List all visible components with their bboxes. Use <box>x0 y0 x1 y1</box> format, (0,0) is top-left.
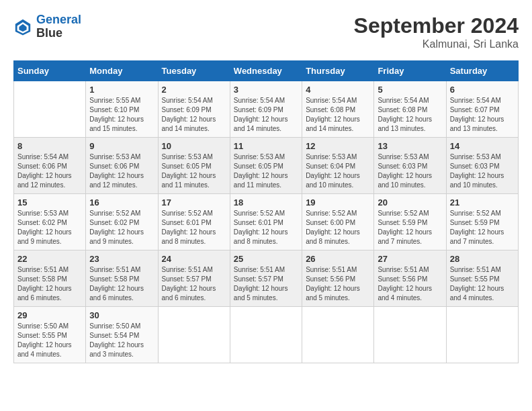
day-number: 23 <box>89 254 154 264</box>
day-detail: Sunrise: 5:50 AMSunset: 5:55 PMDaylight:… <box>17 322 82 359</box>
title-block: September 2024 Kalmunai, Sri Lanka <box>354 13 519 50</box>
day-number: 19 <box>306 197 370 208</box>
calendar-cell: 29Sunrise: 5:50 AMSunset: 5:55 PMDayligh… <box>14 307 86 363</box>
calendar-cell <box>14 81 86 138</box>
calendar-week-4: 22Sunrise: 5:51 AMSunset: 5:58 PMDayligh… <box>14 250 519 307</box>
day-number: 29 <box>17 310 82 320</box>
day-number: 17 <box>162 197 226 208</box>
day-number: 30 <box>89 310 154 320</box>
day-number: 26 <box>306 254 370 264</box>
calendar-cell: 22Sunrise: 5:51 AMSunset: 5:58 PMDayligh… <box>14 250 86 307</box>
day-number: 27 <box>378 254 442 264</box>
day-detail: Sunrise: 5:53 AMSunset: 6:04 PMDaylight:… <box>306 152 370 190</box>
calendar-cell: 9Sunrise: 5:53 AMSunset: 6:06 PMDaylight… <box>86 138 158 194</box>
day-detail: Sunrise: 5:51 AMSunset: 5:58 PMDaylight:… <box>17 265 82 303</box>
day-detail: Sunrise: 5:52 AMSunset: 6:02 PMDaylight:… <box>89 209 154 246</box>
month-title: September 2024 <box>354 13 519 38</box>
calendar-cell: 24Sunrise: 5:51 AMSunset: 5:57 PMDayligh… <box>158 250 230 307</box>
calendar-cell: 13Sunrise: 5:53 AMSunset: 6:03 PMDayligh… <box>374 138 446 194</box>
logo-line1: General <box>36 13 81 26</box>
day-number: 20 <box>378 197 442 208</box>
calendar-table: SundayMondayTuesdayWednesdayThursdayFrid… <box>13 60 519 363</box>
calendar-cell: 14Sunrise: 5:53 AMSunset: 6:03 PMDayligh… <box>446 138 518 194</box>
calendar-cell: 27Sunrise: 5:51 AMSunset: 5:56 PMDayligh… <box>374 250 446 307</box>
col-header-monday: Monday <box>86 61 158 81</box>
calendar-cell: 21Sunrise: 5:52 AMSunset: 5:59 PMDayligh… <box>446 194 518 250</box>
day-detail: Sunrise: 5:54 AMSunset: 6:09 PMDaylight:… <box>162 96 226 134</box>
page-header: General Blue September 2024 Kalmunai, Sr… <box>13 13 519 50</box>
calendar-cell <box>302 307 374 363</box>
day-number: 10 <box>162 141 226 151</box>
day-number: 18 <box>234 197 298 208</box>
day-detail: Sunrise: 5:51 AMSunset: 5:57 PMDaylight:… <box>234 265 298 303</box>
day-detail: Sunrise: 5:50 AMSunset: 5:54 PMDaylight:… <box>89 322 154 359</box>
calendar-body: 1Sunrise: 5:55 AMSunset: 6:10 PMDaylight… <box>14 81 519 363</box>
calendar-cell: 3Sunrise: 5:54 AMSunset: 6:09 PMDaylight… <box>230 81 302 138</box>
day-number: 24 <box>162 254 226 264</box>
day-detail: Sunrise: 5:54 AMSunset: 6:08 PMDaylight:… <box>306 96 370 134</box>
calendar-cell: 1Sunrise: 5:55 AMSunset: 6:10 PMDaylight… <box>86 81 158 138</box>
day-number: 1 <box>89 85 154 95</box>
day-number: 8 <box>17 141 82 151</box>
calendar-cell: 16Sunrise: 5:52 AMSunset: 6:02 PMDayligh… <box>86 194 158 250</box>
day-number: 16 <box>89 197 154 208</box>
calendar-cell: 30Sunrise: 5:50 AMSunset: 5:54 PMDayligh… <box>86 307 158 363</box>
day-detail: Sunrise: 5:54 AMSunset: 6:08 PMDaylight:… <box>378 96 442 134</box>
calendar-week-1: 1Sunrise: 5:55 AMSunset: 6:10 PMDaylight… <box>14 81 519 138</box>
day-number: 15 <box>17 197 82 208</box>
day-number: 22 <box>17 254 82 264</box>
col-header-saturday: Saturday <box>446 61 518 81</box>
logo: General Blue <box>13 13 81 40</box>
day-detail: Sunrise: 5:54 AMSunset: 6:06 PMDaylight:… <box>17 152 82 190</box>
calendar-cell: 28Sunrise: 5:51 AMSunset: 5:55 PMDayligh… <box>446 250 518 307</box>
header-row: SundayMondayTuesdayWednesdayThursdayFrid… <box>14 61 519 81</box>
calendar-cell <box>230 307 302 363</box>
day-number: 3 <box>234 85 298 95</box>
day-number: 4 <box>306 85 370 95</box>
day-detail: Sunrise: 5:52 AMSunset: 6:00 PMDaylight:… <box>306 209 370 246</box>
day-number: 6 <box>450 85 515 95</box>
logo-line2: Blue <box>36 27 81 40</box>
calendar-cell: 12Sunrise: 5:53 AMSunset: 6:04 PMDayligh… <box>302 138 374 194</box>
calendar-cell: 8Sunrise: 5:54 AMSunset: 6:06 PMDaylight… <box>14 138 86 194</box>
calendar-cell: 10Sunrise: 5:53 AMSunset: 6:05 PMDayligh… <box>158 138 230 194</box>
day-detail: Sunrise: 5:52 AMSunset: 6:01 PMDaylight:… <box>162 209 226 246</box>
col-header-wednesday: Wednesday <box>230 61 302 81</box>
calendar-cell: 18Sunrise: 5:52 AMSunset: 6:01 PMDayligh… <box>230 194 302 250</box>
calendar-cell: 17Sunrise: 5:52 AMSunset: 6:01 PMDayligh… <box>158 194 230 250</box>
calendar-cell <box>446 307 518 363</box>
day-detail: Sunrise: 5:51 AMSunset: 5:56 PMDaylight:… <box>306 265 370 303</box>
day-number: 11 <box>234 141 298 151</box>
calendar-week-2: 8Sunrise: 5:54 AMSunset: 6:06 PMDaylight… <box>14 138 519 194</box>
day-number: 13 <box>378 141 442 151</box>
calendar-cell: 15Sunrise: 5:53 AMSunset: 6:02 PMDayligh… <box>14 194 86 250</box>
calendar-cell: 11Sunrise: 5:53 AMSunset: 6:05 PMDayligh… <box>230 138 302 194</box>
day-detail: Sunrise: 5:51 AMSunset: 5:58 PMDaylight:… <box>89 265 154 303</box>
day-detail: Sunrise: 5:52 AMSunset: 5:59 PMDaylight:… <box>378 209 442 246</box>
calendar-cell: 4Sunrise: 5:54 AMSunset: 6:08 PMDaylight… <box>302 81 374 138</box>
day-number: 25 <box>234 254 298 264</box>
calendar-cell <box>158 307 230 363</box>
day-detail: Sunrise: 5:53 AMSunset: 6:02 PMDaylight:… <box>17 209 82 246</box>
day-number: 9 <box>89 141 154 151</box>
day-detail: Sunrise: 5:51 AMSunset: 5:55 PMDaylight:… <box>450 265 515 303</box>
calendar-header: SundayMondayTuesdayWednesdayThursdayFrid… <box>14 61 519 81</box>
col-header-sunday: Sunday <box>14 61 86 81</box>
col-header-thursday: Thursday <box>302 61 374 81</box>
calendar-week-5: 29Sunrise: 5:50 AMSunset: 5:55 PMDayligh… <box>14 307 519 363</box>
calendar-cell: 23Sunrise: 5:51 AMSunset: 5:58 PMDayligh… <box>86 250 158 307</box>
day-detail: Sunrise: 5:53 AMSunset: 6:06 PMDaylight:… <box>89 152 154 190</box>
day-detail: Sunrise: 5:51 AMSunset: 5:57 PMDaylight:… <box>162 265 226 303</box>
calendar-cell: 26Sunrise: 5:51 AMSunset: 5:56 PMDayligh… <box>302 250 374 307</box>
day-detail: Sunrise: 5:51 AMSunset: 5:56 PMDaylight:… <box>378 265 442 303</box>
day-detail: Sunrise: 5:53 AMSunset: 6:05 PMDaylight:… <box>234 152 298 190</box>
day-detail: Sunrise: 5:53 AMSunset: 6:05 PMDaylight:… <box>162 152 226 190</box>
day-detail: Sunrise: 5:54 AMSunset: 6:09 PMDaylight:… <box>234 96 298 134</box>
day-number: 2 <box>162 85 226 95</box>
location-title: Kalmunai, Sri Lanka <box>354 38 519 50</box>
calendar-cell <box>374 307 446 363</box>
col-header-tuesday: Tuesday <box>158 61 230 81</box>
day-detail: Sunrise: 5:52 AMSunset: 5:59 PMDaylight:… <box>450 209 515 246</box>
day-detail: Sunrise: 5:55 AMSunset: 6:10 PMDaylight:… <box>89 96 154 134</box>
col-header-friday: Friday <box>374 61 446 81</box>
